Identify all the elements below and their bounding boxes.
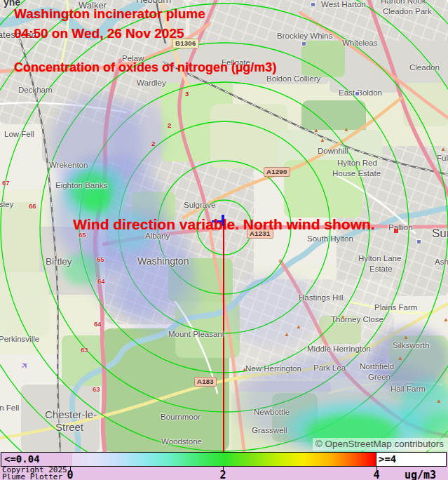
junction-number: 63 xyxy=(81,346,88,354)
place-label: Silksworth xyxy=(393,341,429,350)
place-label: Deckham xyxy=(18,86,53,95)
scalebar-max-label: >=4 xyxy=(376,453,446,466)
peak-icon: ▲ xyxy=(403,335,409,340)
plume-plotter-screen: yneWalkerHebburnWest HartonHarton NookCl… xyxy=(0,0,448,480)
junction-number: 67 xyxy=(2,179,10,187)
ring-distance-label: 2 xyxy=(168,121,171,129)
place-label: Brockley Whins xyxy=(277,32,332,41)
place-label: Cleadon xyxy=(409,63,440,72)
junction-number: 63 xyxy=(93,385,100,393)
junction-number: 64 xyxy=(97,277,105,285)
place-label: Harton Nook xyxy=(381,0,426,6)
ring-distance-label: 2 xyxy=(151,140,155,147)
place-label: Newbottle xyxy=(254,408,290,417)
place-label: Ashbrooke xyxy=(435,258,448,267)
peak-icon: ▲ xyxy=(313,128,319,133)
place-label: Eighton Banks xyxy=(55,181,107,190)
road-shield: A183 xyxy=(194,377,217,387)
place-label: Pelton Fell xyxy=(0,404,19,413)
place-label: Mount Pleasant xyxy=(168,330,224,339)
place-label: Cleadon Park xyxy=(383,7,432,16)
place-label: Sulgrave xyxy=(184,201,215,210)
plume-title: Washington incinerator plume 04:50 on We… xyxy=(14,4,205,44)
ring-distance-label: 3 xyxy=(185,90,189,98)
place-label: House Estate xyxy=(332,169,381,178)
junction-number: 66 xyxy=(29,202,36,210)
station-icon xyxy=(416,239,421,244)
place-label: Lamesley xyxy=(0,200,13,209)
scale-tick-label: 4 xyxy=(371,469,382,480)
scalebar-gradient xyxy=(72,453,376,466)
junction-number: 64 xyxy=(94,320,102,328)
place-label: New Herrington xyxy=(245,364,301,373)
place-label: Middle Herrington xyxy=(307,345,371,354)
peak-icon: ▲ xyxy=(443,317,448,323)
plume-title-line2: 04:50 on Wed, 26 Nov 2025 xyxy=(14,24,205,44)
station-icon xyxy=(355,91,360,96)
place-label: Thorney Close xyxy=(331,315,383,324)
scalebar-footer: <=0.04 >=4 024 Copyright 2025 Plume Plot… xyxy=(0,452,448,480)
peak-icon: ▲ xyxy=(398,356,403,361)
peak-icon: ▲ xyxy=(340,314,346,320)
place-label: Low Fell xyxy=(4,130,34,139)
place-label: Wardley xyxy=(137,79,166,88)
place-label: Green xyxy=(368,373,391,382)
peak-icon: ▲ xyxy=(440,147,446,152)
place-label: Hall Farm xyxy=(391,385,426,394)
peak-icon: ▲ xyxy=(320,138,325,143)
map-canvas[interactable]: yneWalkerHebburnWest HartonHarton NookCl… xyxy=(0,0,448,452)
place-label: South Hylton xyxy=(307,234,353,244)
peak-icon: ▲ xyxy=(284,332,290,338)
place-label: West Harton xyxy=(321,0,366,9)
peak-icon: ▲ xyxy=(436,399,442,404)
place-label: Plains Farm xyxy=(374,303,417,312)
place-label: Hastings Hill xyxy=(299,293,344,302)
station-icon xyxy=(311,2,315,7)
plume-subtitle: Concentration of oxides of nitrogen (µg/… xyxy=(14,58,276,78)
place-label: Downhill xyxy=(318,147,348,156)
place-label: Bournmoor xyxy=(161,413,201,422)
plume-readings: Concentration of oxides of nitrogen (µg/… xyxy=(14,58,276,78)
peak-icon: ▲ xyxy=(242,367,247,373)
plume-title-line1: Washington incinerator plume xyxy=(14,4,205,24)
place-label: Hylton Lane xyxy=(358,254,401,263)
peak-icon: ▲ xyxy=(296,324,301,330)
place-label: Washington xyxy=(137,256,189,267)
scalebar-unit: ug/m3 xyxy=(405,469,436,480)
junction-number: 65 xyxy=(97,255,104,263)
place-label: Woodstone xyxy=(161,437,202,446)
place-label: Whiteleas xyxy=(342,39,378,48)
place-label: Wrekenton xyxy=(49,161,88,170)
place-label: East Boldon xyxy=(339,88,382,98)
place-label: Fulwell xyxy=(437,154,448,163)
place-label: Birtley xyxy=(46,257,72,267)
place-label: Estate xyxy=(369,265,393,274)
place-label: Park Lea xyxy=(313,364,346,373)
place-label: Northfield xyxy=(360,362,394,371)
osm-attribution: © OpenStreetMap contributors xyxy=(313,438,448,451)
scale-tick-label: 2 xyxy=(217,469,229,480)
color-scalebar: <=0.04 >=4 xyxy=(1,452,447,467)
place-label: Perkinsville xyxy=(0,335,39,344)
scalebar-min-label: <=0.04 xyxy=(1,453,72,466)
place-label: Hylton Red xyxy=(337,159,377,168)
peak-icon: ▲ xyxy=(344,127,349,133)
wind-notice: Wind direction variable. North wind show… xyxy=(0,216,448,233)
road-shield: A1290 xyxy=(264,167,290,177)
place-label: Street xyxy=(55,422,83,434)
station-icon xyxy=(301,41,306,46)
place-label: Grasswell xyxy=(252,426,287,435)
copyright-text: Copyright 2025 Plume Plotter xyxy=(2,467,67,480)
place-label: Chester-le- xyxy=(45,409,97,421)
